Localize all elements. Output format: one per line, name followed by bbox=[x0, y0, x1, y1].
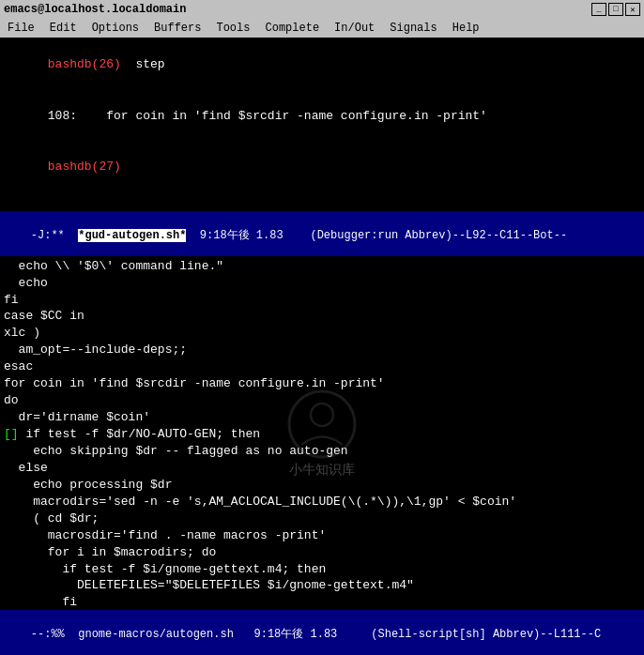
src-line-1: echo \\ '$0\' command line." bbox=[4, 258, 640, 275]
src-line-12: dr='dirname $coin' bbox=[4, 409, 640, 426]
menu-edit[interactable]: Edit bbox=[46, 22, 81, 35]
menu-options[interactable]: Options bbox=[88, 22, 143, 35]
src-line-14: echo skipping $dr -- flagged as no auto-… bbox=[4, 443, 640, 460]
src-line-10: for coin in 'find $srcdir -name configur… bbox=[4, 375, 640, 392]
menu-tools[interactable]: Tools bbox=[212, 22, 253, 35]
src-line-20: for i in $macrodirs; do bbox=[4, 544, 640, 561]
src-line-21: if test -f $i/gnome-gettext.m4; then bbox=[4, 561, 640, 578]
status-middle-bottom: 9:18午後 1.83 (Shell-script[sh] Abbrev)--L… bbox=[234, 628, 601, 641]
status-filename-top: *gud-autogen.sh* bbox=[78, 229, 186, 242]
window-title: emacs@localhost.localdomain bbox=[4, 3, 186, 16]
status-left: -J:** bbox=[31, 229, 78, 242]
status-bar-bottom: --:%% gnome-macros/autogen.sh 9:18午後 1.8… bbox=[0, 610, 644, 655]
src-line-16: echo processing $dr bbox=[4, 477, 640, 494]
debug-line-1: bashdb(26) step bbox=[4, 39, 640, 91]
status-bar-top: -J:** *gud-autogen.sh* 9:18午後 1.83 (Debu… bbox=[0, 211, 644, 256]
status-mode: --:%% bbox=[31, 628, 78, 641]
src-line-2: echo bbox=[4, 275, 640, 292]
src-line-13: [] if test -f $dr/NO-AUTO-GEN; then bbox=[4, 426, 640, 443]
prompt-1: bashdb(26) bbox=[48, 57, 136, 71]
menu-buffers[interactable]: Buffers bbox=[150, 22, 205, 35]
maximize-button[interactable]: □ bbox=[608, 3, 623, 16]
debug-line-2: 108: for coin in 'find $srcdir -name con… bbox=[4, 91, 640, 143]
menu-inout[interactable]: In/Out bbox=[330, 22, 378, 35]
src-line-7: am_opt=--include-deps;; bbox=[4, 342, 640, 358]
status-middle-top: 9:18午後 1.83 (Debugger:run Abbrev)--L92--… bbox=[186, 229, 567, 242]
main-window: emacs@localhost.localdomain _ □ ✕ File E… bbox=[0, 0, 644, 655]
title-bar: emacs@localhost.localdomain _ □ ✕ bbox=[0, 0, 644, 19]
src-line-22: DELETEFILES="$DELETEFILES $i/gnome-gette… bbox=[4, 577, 640, 594]
minimize-button[interactable]: _ bbox=[591, 3, 606, 16]
menu-complete[interactable]: Complete bbox=[261, 22, 323, 35]
debug-line-3: bashdb(27) bbox=[4, 142, 640, 193]
status-filename-bottom: gnome-macros/autogen.sh bbox=[78, 628, 234, 641]
close-button[interactable]: ✕ bbox=[625, 3, 640, 16]
src-line-5: case $CC in bbox=[4, 308, 640, 325]
arrow-marker: [] bbox=[4, 427, 19, 441]
src-line-15: else bbox=[4, 460, 640, 477]
menu-help[interactable]: Help bbox=[449, 22, 483, 35]
src-line-19: macrosdir='find . -name macros -print' bbox=[4, 527, 640, 544]
src-line-23: fi bbox=[4, 594, 640, 610]
source-pane[interactable]: 小牛知识库 echo \\ '$0\' command line." echo … bbox=[0, 256, 644, 611]
src-line-18: ( cd $dr; bbox=[4, 510, 640, 527]
src-line-17: macrodirs='sed -n -e 's,AM_ACLOCAL_INCLU… bbox=[4, 494, 640, 510]
menu-signals[interactable]: Signals bbox=[386, 22, 440, 35]
menu-file[interactable]: File bbox=[4, 22, 38, 35]
src-line-6: xlc ) bbox=[4, 325, 640, 342]
debug-line-4: 111: if test -f $dr/NO-AUTO-GEN; then bbox=[4, 193, 640, 211]
debugger-pane: bashdb(26) step 108: for coin in 'find $… bbox=[0, 38, 644, 211]
prompt-2: bashdb(27) bbox=[48, 160, 136, 174]
src-line-3: fi bbox=[4, 292, 640, 309]
window-controls: _ □ ✕ bbox=[591, 3, 640, 16]
src-line-8: esac bbox=[4, 358, 640, 375]
src-line-11: do bbox=[4, 392, 640, 409]
menu-bar: File Edit Options Buffers Tools Complete… bbox=[0, 19, 644, 38]
